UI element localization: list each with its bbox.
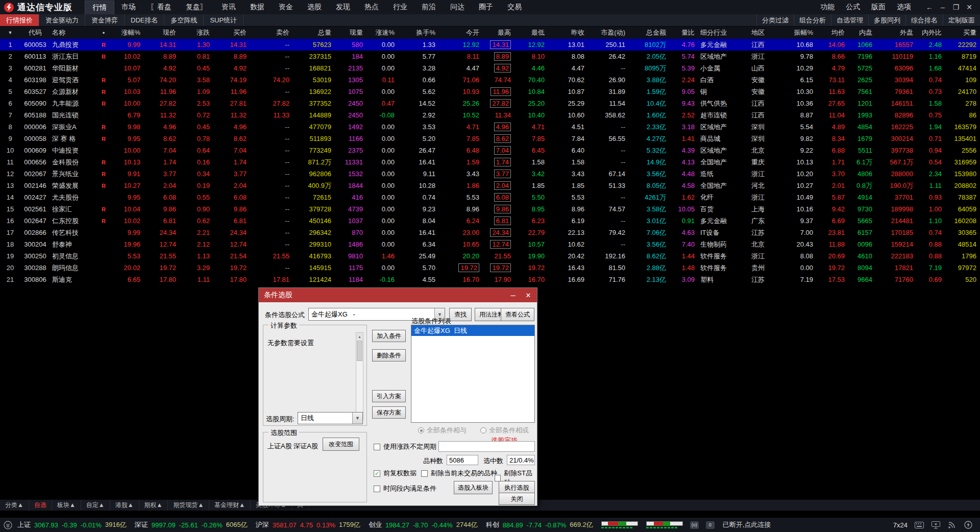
params-scrollbar[interactable]: ▲ ▼ (356, 332, 363, 420)
col-header-prev[interactable]: 昨收 (548, 27, 588, 39)
table-row-300288[interactable]: 20300288朗玛信息20.0219.723.2919.72--1459151… (0, 262, 980, 274)
toolbar-item-资金博弈[interactable]: 资金博弈 (85, 14, 125, 26)
menu-item-版面[interactable]: 版面 (866, 1, 891, 14)
col-header-vol_ratio[interactable]: 量比 (670, 27, 698, 39)
col-header-outer_vol[interactable]: 外盘 (876, 27, 917, 39)
col-header-region[interactable]: 地区 (749, 27, 781, 39)
col-header-bid[interactable]: 买价 (213, 27, 250, 39)
radio-all-or[interactable]: 全部条件相或 (480, 426, 529, 435)
connection-status[interactable]: 已断开,点此连接 (723, 520, 771, 529)
toolbar-item-资金驱动力[interactable]: 资金驱动力 (39, 14, 85, 26)
table-row-600053[interactable]: 1600053九鼎投资R9.9914.311.3014.31--57623580… (0, 39, 980, 51)
index-quote-创业[interactable]: 创业1984.27-8.70-0.44%2744亿 (369, 520, 478, 529)
col-header-name[interactable]: 名称 (50, 27, 95, 39)
table-row-300204[interactable]: 18300204舒泰神19.9612.742.1212.74--29931014… (0, 238, 980, 250)
help-icon[interactable]: ? (971, 29, 975, 36)
table-row-605188[interactable]: 7605188国光连锁6.7911.320.7211.3211.33144889… (0, 109, 980, 121)
bottom-tab-自选[interactable]: 自选 (29, 500, 52, 511)
menu-item-行情[interactable]: 行情 (85, 1, 114, 14)
checkbox-icon[interactable] (374, 486, 380, 492)
table-row-002146[interactable]: 13002146荣盛发展R10.272.040.192.04--400.9万18… (0, 180, 980, 191)
change-range-button[interactable]: 改变范围 (323, 438, 359, 451)
col-header-high[interactable]: 最高 (483, 27, 514, 39)
menu-item-数据[interactable]: 数据 (243, 1, 272, 14)
bottom-tab-基金理财[interactable]: 基金理财▲ (209, 500, 251, 511)
back-arrow-icon[interactable]: ← (923, 3, 936, 11)
toolbar-item-多股同列[interactable]: 多股同列 (868, 14, 905, 26)
table-row-000058[interactable]: 9000058深 赛 格R9.958.620.788.62--511893116… (0, 133, 980, 144)
col-header-turnover[interactable]: 换手% (398, 27, 439, 39)
checkbox-skip-untraded[interactable]: 剔除当前未交易的品种 (421, 469, 497, 478)
expand-circle-icon[interactable] (3, 521, 12, 529)
col-header-pct[interactable]: 涨幅% (112, 27, 144, 39)
menu-item-选股[interactable]: 选股 (300, 1, 329, 14)
import-plan-button[interactable]: 引入方案 (372, 390, 406, 402)
menu-item-复盘〗[interactable]: 复盘〗 (179, 1, 214, 14)
menu-item-〖看盘[interactable]: 〖看盘 (143, 1, 179, 14)
dialog-title-bar[interactable]: 条件选股 ─ ✕ (259, 288, 537, 302)
bottom-tab-分类[interactable]: 分类▲ (0, 500, 29, 511)
table-row-002067[interactable]: 12002067景兴纸业R9.913.770.343.77--962806153… (0, 168, 980, 180)
col-header-pe[interactable]: 市盈(动) (588, 27, 629, 39)
condition-list-item[interactable]: 金牛起爆XG 日线 (411, 325, 534, 336)
delete-condition-button[interactable]: 删除条件 (372, 349, 406, 361)
save-plan-button[interactable]: 保存方案 (372, 406, 406, 419)
condition-listbox[interactable]: 金牛起爆XG 日线 (411, 325, 535, 423)
close-icon[interactable]: ✕ (963, 3, 976, 11)
dialog-close-icon[interactable]: ✕ (521, 288, 536, 302)
index-quote-深证[interactable]: 深证9997.09-25.61-0.26%6065亿 (135, 520, 248, 529)
col-header-code[interactable]: 代码 (20, 27, 50, 39)
menu-item-圈子[interactable]: 圈子 (472, 1, 500, 14)
col-header-seq[interactable]: ▼ (0, 27, 20, 39)
dialog-minimize-icon[interactable]: ─ (505, 288, 521, 302)
col-header-speed[interactable]: 涨速% (366, 27, 398, 39)
find-button[interactable]: 查找 (449, 308, 472, 321)
period-combobox[interactable]: 日线 ▼ (298, 412, 363, 424)
col-header-avg_price[interactable]: 均价 (817, 27, 848, 39)
toolbar-item-多空阵线[interactable]: 多空阵线 (164, 14, 204, 26)
radio-icon[interactable] (480, 427, 486, 433)
col-header-industry[interactable]: 细分行业 (698, 27, 749, 39)
table-row-600113[interactable]: 2600113浙江东日R10.028.890.818.89--237315184… (0, 51, 980, 62)
checkbox-icon[interactable] (374, 444, 380, 450)
keyboard-icon[interactable] (915, 521, 924, 529)
table-row-300806[interactable]: 21300806斯迪克6.6517.801.1117.8017.81121424… (0, 274, 980, 285)
bottom-tab-自定[interactable]: 自定▲ (81, 500, 110, 511)
scroll-up-icon[interactable]: ▲ (356, 333, 363, 340)
toolbar-item-DDE排名[interactable]: DDE排名 (125, 14, 164, 26)
menu-item-资金[interactable]: 资金 (272, 1, 300, 14)
checkbox-icon[interactable] (495, 475, 501, 481)
menu-item-交易[interactable]: 交易 (500, 1, 529, 14)
table-row-603527[interactable]: 5603527众源新材R10.0311.961.0911.96--1369221… (0, 86, 980, 98)
menu-item-选项[interactable]: 选项 (891, 1, 917, 14)
index-quote-沪深[interactable]: 沪深3581.074.750.13%1759亿 (256, 520, 360, 529)
dialog-close-button[interactable]: 关闭 (499, 493, 535, 505)
power-bolt-icon[interactable] (964, 521, 973, 529)
menu-item-行业[interactable]: 行业 (386, 1, 414, 14)
col-header-open[interactable]: 今开 (439, 27, 483, 39)
col-header-chg[interactable]: 涨跌 (180, 27, 213, 39)
toolbar-item-自选管理[interactable]: 自选管理 (831, 14, 868, 26)
bottom-tab-期权[interactable]: 期权▲ (139, 500, 168, 511)
table-row-603198[interactable]: 4603198迎驾贡酒R5.0774.203.5874.1974.2053019… (0, 74, 980, 86)
menu-item-发现[interactable]: 发现 (329, 1, 357, 14)
index-quote-上证[interactable]: 上证3067.93-0.39-0.01%3916亿 (17, 520, 127, 529)
toolbar-item-行情报价[interactable]: 行情报价 (0, 14, 39, 26)
add-condition-button[interactable]: 加入条件 (372, 330, 406, 342)
index-quote-科创[interactable]: 科创884.89-7.74-0.87%669.2亿 (486, 520, 593, 529)
table-row-000006[interactable]: 8000006深振业AR9.984.960.454.96--4770791492… (0, 121, 980, 133)
satellite-dish-icon[interactable] (947, 521, 957, 529)
col-header-amplitude[interactable]: 振幅% (781, 27, 817, 39)
col-header-r[interactable]: • (95, 27, 112, 39)
col-header-low[interactable]: 最低 (514, 27, 548, 39)
bottom-tab-港股[interactable]: 港股▲ (110, 500, 139, 511)
radio-all-and[interactable]: 全部条件相与 (418, 426, 467, 435)
col-header-price[interactable]: 现价 (144, 27, 180, 39)
menu-item-功能[interactable]: 功能 (815, 1, 840, 14)
menu-item-公式[interactable]: 公式 (840, 1, 866, 14)
bottom-tab-板块[interactable]: 板块▲ (52, 500, 81, 511)
checkbox-time-range[interactable]: 时间段内满足条件 (374, 484, 436, 493)
table-row-605090[interactable]: 6605090九丰能源R10.0027.822.5327.8127.823773… (0, 98, 980, 109)
bottom-tab-期货现货[interactable]: 期货现货▲ (168, 500, 209, 511)
col-header-vol[interactable]: 总量 (293, 27, 335, 39)
